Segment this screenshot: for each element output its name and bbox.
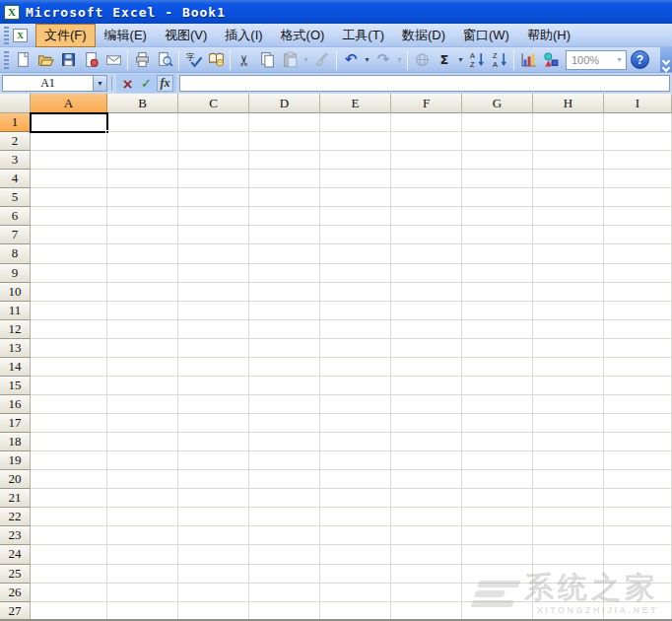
cell-H27[interactable] <box>533 602 604 619</box>
cancel-entry-button[interactable]: × <box>119 75 136 92</box>
cell-I25[interactable] <box>604 565 672 584</box>
autosum-dropdown[interactable]: ▾ <box>456 55 465 64</box>
redo-button[interactable]: ↷ <box>372 49 394 71</box>
cell-A11[interactable] <box>31 302 107 320</box>
cell-D16[interactable] <box>249 395 320 414</box>
cell-H14[interactable] <box>533 358 604 377</box>
cell-B13[interactable] <box>107 339 178 358</box>
research-button[interactable] <box>205 49 227 71</box>
insert-function-button[interactable]: fx <box>157 75 173 92</box>
row-header-16[interactable]: 16 <box>0 395 31 414</box>
cell-I26[interactable] <box>604 584 672 602</box>
save-button[interactable] <box>57 49 79 71</box>
row-header-7[interactable]: 7 <box>0 226 31 244</box>
cell-G4[interactable] <box>462 170 533 188</box>
cell-G2[interactable] <box>462 132 533 151</box>
cell-G19[interactable] <box>462 451 533 470</box>
cell-I15[interactable] <box>604 377 672 395</box>
hyperlink-button[interactable] <box>411 49 433 71</box>
cell-B23[interactable] <box>107 526 178 545</box>
cell-C26[interactable] <box>178 584 249 602</box>
row-header-19[interactable]: 19 <box>0 451 31 470</box>
cell-A12[interactable] <box>31 320 107 339</box>
menu-item-工具(T)[interactable]: 工具(T) <box>333 24 393 47</box>
cell-I14[interactable] <box>604 358 672 377</box>
row-header-18[interactable]: 18 <box>0 433 31 451</box>
cell-C14[interactable] <box>178 358 249 377</box>
cell-E24[interactable] <box>320 545 391 564</box>
cell-B17[interactable] <box>107 414 178 433</box>
cell-H7[interactable] <box>533 226 604 244</box>
cell-H19[interactable] <box>533 451 604 470</box>
cell-C12[interactable] <box>178 320 249 339</box>
cell-A15[interactable] <box>31 377 107 395</box>
excel-app-icon[interactable]: X <box>4 5 20 20</box>
cell-C25[interactable] <box>178 565 249 584</box>
cell-A20[interactable] <box>31 470 107 489</box>
cell-E18[interactable] <box>320 433 391 451</box>
row-header-26[interactable]: 26 <box>0 584 31 602</box>
redo-dropdown[interactable]: ▾ <box>395 55 404 64</box>
cell-F5[interactable] <box>391 188 462 207</box>
cell-H3[interactable] <box>533 151 604 170</box>
cell-I24[interactable] <box>604 545 672 564</box>
row-header-23[interactable]: 23 <box>0 526 31 545</box>
cell-I18[interactable] <box>604 433 672 451</box>
cell-H5[interactable] <box>533 188 604 207</box>
cell-B1[interactable] <box>107 113 178 132</box>
cell-D7[interactable] <box>249 226 320 244</box>
column-header-C[interactable]: C <box>178 94 249 113</box>
cell-C27[interactable] <box>178 602 249 619</box>
active-cell-selection[interactable] <box>30 112 108 133</box>
cell-B24[interactable] <box>107 545 178 564</box>
cell-A13[interactable] <box>31 339 107 358</box>
cell-H6[interactable] <box>533 207 604 226</box>
cell-E7[interactable] <box>320 226 391 244</box>
menu-item-视图(V)[interactable]: 视图(V) <box>156 24 216 47</box>
cell-I6[interactable] <box>604 207 672 226</box>
row-header-14[interactable]: 14 <box>0 358 31 377</box>
cell-A8[interactable] <box>31 244 107 263</box>
chart-wizard-button[interactable] <box>517 49 539 71</box>
print-preview-button[interactable] <box>154 49 175 71</box>
cell-G6[interactable] <box>462 207 533 226</box>
column-header-D[interactable]: D <box>249 94 320 113</box>
open-button[interactable] <box>34 49 56 71</box>
cell-B27[interactable] <box>107 602 178 619</box>
cell-G17[interactable] <box>462 414 533 433</box>
cell-B22[interactable] <box>107 508 178 526</box>
cell-C16[interactable] <box>178 395 249 414</box>
zoom-combobox[interactable]: 100% ▾ <box>566 50 627 70</box>
cell-D23[interactable] <box>249 526 320 545</box>
cell-C17[interactable] <box>178 414 249 433</box>
cell-C3[interactable] <box>178 151 249 170</box>
cell-C2[interactable] <box>178 132 249 151</box>
cell-I22[interactable] <box>604 508 672 526</box>
cell-E12[interactable] <box>320 320 391 339</box>
name-box-dropdown[interactable]: ▾ <box>93 75 107 92</box>
cell-A18[interactable] <box>31 433 107 451</box>
cell-D12[interactable] <box>249 320 320 339</box>
cell-E6[interactable] <box>320 207 391 226</box>
menu-item-数据(D)[interactable]: 数据(D) <box>393 24 454 47</box>
cell-I16[interactable] <box>604 395 672 414</box>
cell-D6[interactable] <box>249 207 320 226</box>
spelling-button[interactable]: 字 <box>182 49 204 71</box>
column-header-G[interactable]: G <box>462 94 533 113</box>
drawing-button[interactable] <box>540 49 562 71</box>
cell-E21[interactable] <box>320 489 391 508</box>
cell-E13[interactable] <box>320 339 391 358</box>
cell-H2[interactable] <box>533 132 604 151</box>
cell-H21[interactable] <box>533 489 604 508</box>
cell-F14[interactable] <box>391 358 462 377</box>
print-button[interactable] <box>131 49 153 71</box>
cell-B21[interactable] <box>107 489 178 508</box>
cell-I8[interactable] <box>604 244 672 263</box>
cell-F8[interactable] <box>391 244 462 263</box>
cell-C13[interactable] <box>178 339 249 358</box>
toolbar-drag-handle[interactable] <box>4 51 9 69</box>
cell-I1[interactable] <box>604 113 672 132</box>
cell-G15[interactable] <box>462 377 533 395</box>
cell-D26[interactable] <box>249 584 320 602</box>
cell-B7[interactable] <box>107 226 178 244</box>
